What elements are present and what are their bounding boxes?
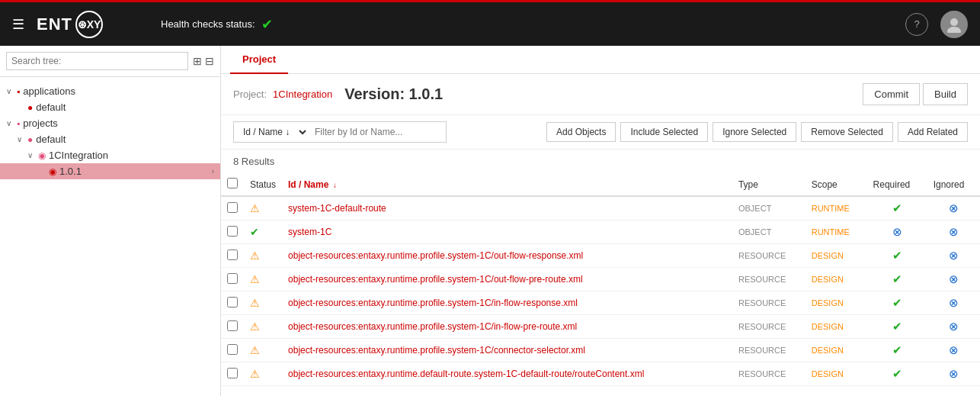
question-icon: ?	[914, 18, 919, 30]
row-scope-cell: RUNTIME	[805, 221, 867, 244]
row-checkbox[interactable]	[227, 320, 238, 331]
row-status-cell: ⚠	[244, 291, 282, 315]
avatar[interactable]	[940, 11, 968, 38]
col-header-name[interactable]: Id / Name ↓	[282, 173, 732, 196]
tab-project[interactable]: Project	[230, 46, 288, 74]
row-ignored-cell: ⊗	[927, 244, 980, 268]
row-name-cell: system-1C-default-route	[282, 196, 732, 221]
build-button[interactable]: Build	[923, 83, 968, 105]
add-objects-button[interactable]: Add Objects	[546, 122, 616, 142]
table-row: ⚠ object-resources:entaxy.runtime.profil…	[221, 339, 980, 362]
row-checkbox-cell[interactable]	[221, 315, 244, 339]
filter-input[interactable]	[309, 123, 446, 141]
version-text: Version: 1.0.1	[344, 85, 443, 103]
tree-item-default-app[interactable]: ● default	[0, 99, 220, 115]
ignored-circle-icon: ⊗	[949, 225, 959, 238]
row-checkbox-cell[interactable]	[221, 362, 244, 386]
row-type-cell: RESOURCE	[732, 339, 805, 362]
default-proj-icon: ●	[27, 134, 33, 145]
required-check-icon: ✔	[892, 249, 902, 262]
row-required-cell: ✔	[867, 362, 927, 386]
row-checkbox[interactable]	[227, 344, 238, 355]
col-header-ignored: Ignored	[927, 173, 980, 196]
svg-point-1	[947, 27, 961, 33]
row-checkbox[interactable]	[227, 226, 238, 237]
expand-all-icon[interactable]: ⊞	[193, 55, 202, 67]
row-required-cell: ✔	[867, 291, 927, 315]
table-header-row: Status Id / Name ↓ Type Scope Required I…	[221, 173, 980, 196]
ok-icon: ✔	[250, 226, 259, 238]
tree-item-applications[interactable]: ∨ ▪ applications	[0, 83, 220, 99]
tree-item-projects[interactable]: ∨ ▪ projects	[0, 115, 220, 131]
health-status-label: Health checks status:	[161, 18, 255, 30]
row-scope-cell: DESIGN	[805, 339, 867, 362]
ignored-circle-icon: ⊗	[949, 320, 959, 333]
table-row: ⚠ object-resources:entaxy.runtime.defaul…	[221, 362, 980, 386]
help-button[interactable]: ?	[905, 13, 928, 36]
tree-item-default-proj[interactable]: ∨ ● default	[0, 131, 220, 147]
applications-icon: ▪	[17, 86, 20, 97]
row-name-cell: object-resources:entaxy.runtime.profile.…	[282, 268, 732, 291]
warn-icon: ⚠	[250, 202, 260, 214]
row-checkbox[interactable]	[227, 202, 238, 213]
include-selected-button[interactable]: Include Selected	[620, 122, 708, 142]
row-checkbox[interactable]	[227, 250, 238, 260]
row-status-cell: ✔	[244, 221, 282, 244]
svg-point-0	[950, 18, 958, 26]
table-row: ✔ system-1C OBJECT RUNTIME ⊗ ⊗	[221, 221, 980, 244]
row-name-cell: object-resources:entaxy.runtime.profile.…	[282, 291, 732, 315]
row-required-cell: ✔	[867, 244, 927, 268]
row-checkbox-cell[interactable]	[221, 339, 244, 362]
select-all-checkbox[interactable]	[227, 178, 238, 188]
tree-item-1.0.1[interactable]: ◉ 1.0.1 ›	[0, 163, 220, 179]
tree-label: 1.0.1	[59, 166, 82, 177]
row-scope-cell: DESIGN	[805, 315, 867, 339]
ignored-circle-icon: ⊗	[949, 249, 959, 262]
row-required-cell: ✔	[867, 268, 927, 291]
row-checkbox[interactable]	[227, 273, 238, 284]
table-row: ⚠ object-resources:entaxy.runtime.profil…	[221, 244, 980, 268]
id-name-filter[interactable]: Id / Name ↓	[234, 122, 309, 142]
table-row: ⚠ object-resources:entaxy.runtime.profil…	[221, 315, 980, 339]
chevron-right-icon: ›	[212, 167, 214, 175]
col-header-required: Required	[867, 173, 927, 196]
projects-icon: ▪	[17, 118, 20, 129]
row-name-cell: object-resources:entaxy.runtime.profile.…	[282, 315, 732, 339]
required-circle-icon: ⊗	[892, 225, 902, 238]
row-checkbox-cell[interactable]	[221, 221, 244, 244]
search-input[interactable]	[6, 52, 188, 70]
sort-arrow-icon: ↓	[333, 181, 337, 189]
row-checkbox[interactable]	[227, 368, 238, 378]
row-scope-cell: DESIGN	[805, 291, 867, 315]
row-scope-cell: RUNTIME	[805, 196, 867, 221]
remove-selected-button[interactable]: Remove Selected	[801, 122, 893, 142]
row-checkbox-cell[interactable]	[221, 244, 244, 268]
collapse-all-icon[interactable]: ⊟	[205, 55, 214, 67]
row-checkbox-cell[interactable]	[221, 196, 244, 221]
ignored-circle-icon: ⊗	[949, 201, 959, 214]
tree-item-1cintegration[interactable]: ∨ ◉ 1CIntegration	[0, 147, 220, 163]
tree-label: projects	[23, 118, 58, 129]
row-checkbox-cell[interactable]	[221, 268, 244, 291]
tree-arrow: ∨	[6, 119, 17, 127]
col-header-check[interactable]	[221, 173, 244, 196]
row-type-cell: RESOURCE	[732, 315, 805, 339]
tree-arrow: ∨	[6, 87, 17, 95]
add-related-button[interactable]: Add Related	[898, 122, 968, 142]
sidebar-search-bar: ⊞ ⊟	[0, 46, 220, 77]
ignored-circle-icon: ⊗	[949, 343, 959, 356]
ignore-selected-button[interactable]: Ignore Selected	[713, 122, 796, 142]
row-checkbox-cell[interactable]	[221, 291, 244, 315]
row-scope-cell: DESIGN	[805, 362, 867, 386]
results-bar: 8 Results	[221, 150, 980, 173]
navbar: ☰ ENT ⊛XY Health checks status: ✔ ?	[0, 0, 980, 46]
row-type-cell: OBJECT	[732, 221, 805, 244]
hamburger-icon[interactable]: ☰	[12, 16, 24, 33]
commit-button[interactable]: Commit	[863, 83, 920, 105]
row-type-cell: RESOURCE	[732, 244, 805, 268]
ignored-circle-icon: ⊗	[949, 296, 959, 309]
row-checkbox[interactable]	[227, 297, 238, 307]
col-header-scope: Scope	[805, 173, 867, 196]
row-status-cell: ⚠	[244, 315, 282, 339]
row-status-cell: ⚠	[244, 244, 282, 268]
